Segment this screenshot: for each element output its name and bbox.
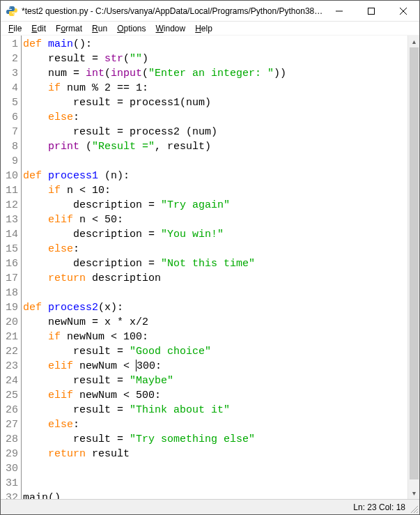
line-number: 5 [1, 95, 21, 110]
line-number: 30 [1, 461, 21, 476]
code-line[interactable]: else: [22, 110, 407, 125]
line-number: 9 [1, 154, 21, 169]
menu-format[interactable]: Format [51, 23, 87, 34]
code-line[interactable]: return description [22, 271, 407, 286]
line-number: 22 [1, 344, 21, 359]
code-line[interactable]: elif newNum < 300: [22, 359, 407, 374]
code-line[interactable]: elif newNum < 500: [22, 388, 407, 403]
menu-run-rest: un [98, 24, 107, 33]
line-number: 2 [1, 52, 21, 66]
line-number: 4 [1, 81, 21, 95]
line-number: 3 [1, 66, 21, 81]
code-line[interactable]: if n < 10: [22, 183, 407, 198]
code-line[interactable]: description = "You win!" [22, 227, 407, 242]
line-number: 29 [1, 447, 21, 461]
window-frame: *test2 question.py - C:/Users/vanya/AppD… [0, 0, 420, 515]
code-area[interactable]: def main(): result = str("") num = int(i… [22, 36, 407, 499]
menu-help[interactable]: Help [190, 23, 217, 34]
code-line[interactable]: elif n < 50: [22, 213, 407, 227]
menu-format-rest: rmat [65, 24, 82, 33]
minimize-button[interactable] [323, 1, 355, 21]
line-number: 14 [1, 227, 21, 242]
code-line[interactable]: result = "Maybe" [22, 374, 407, 388]
menu-edit-rest: dit [37, 24, 46, 33]
line-number: 19 [1, 300, 21, 315]
line-number: 24 [1, 374, 21, 388]
line-number: 12 [1, 198, 21, 213]
line-number: 21 [1, 330, 21, 344]
line-number: 16 [1, 256, 21, 271]
line-number: 20 [1, 315, 21, 330]
editor: 1234567891011121314151617181920212223242… [1, 36, 419, 499]
menu-options-rest: ptions [123, 24, 146, 33]
line-number: 8 [1, 139, 21, 154]
line-number: 18 [1, 286, 21, 300]
menu-help-rest: elp [201, 24, 212, 33]
window-title: *test2 question.py - C:/Users/vanya/AppD… [22, 6, 323, 16]
menu-file[interactable]: File [3, 23, 26, 34]
menu-edit[interactable]: Edit [26, 23, 51, 34]
line-number: 1 [1, 37, 21, 52]
code-line[interactable]: num = int(input("Enter an integer: ")) [22, 66, 407, 81]
menu-window-rest: indow [164, 24, 185, 33]
code-line[interactable]: print ("Result =", result) [22, 139, 407, 154]
code-line[interactable]: description = "Try again" [22, 198, 407, 213]
code-line[interactable]: description = "Not this time" [22, 256, 407, 271]
idle-app-icon [6, 6, 17, 17]
code-line[interactable]: newNum = x * x/2 [22, 315, 407, 330]
line-number: 13 [1, 213, 21, 227]
resize-grip-icon[interactable] [410, 505, 418, 513]
code-line[interactable]: result = str("") [22, 52, 407, 66]
menu-run[interactable]: Run [87, 23, 112, 34]
line-number: 10 [1, 169, 21, 183]
code-line[interactable]: if newNum < 100: [22, 330, 407, 344]
line-number: 31 [1, 476, 21, 491]
line-number: 15 [1, 242, 21, 256]
code-line[interactable] [22, 286, 407, 300]
line-number: 28 [1, 432, 21, 447]
vertical-scrollbar[interactable]: ▴ ▾ [407, 36, 419, 499]
code-line[interactable]: def main(): [22, 37, 407, 52]
line-number: 7 [1, 125, 21, 139]
line-number: 25 [1, 388, 21, 403]
code-line[interactable]: def process1 (n): [22, 169, 407, 183]
code-line[interactable]: else: [22, 242, 407, 256]
maximize-button[interactable] [355, 1, 387, 21]
scroll-thumb[interactable] [410, 47, 419, 479]
line-number: 11 [1, 183, 21, 198]
code-line[interactable] [22, 154, 407, 169]
close-button[interactable] [387, 1, 419, 21]
code-line[interactable]: main() [22, 491, 407, 499]
window-controls [323, 1, 419, 21]
svg-rect-1 [368, 8, 375, 14]
menu-window[interactable]: Window [151, 23, 191, 34]
text-cursor [136, 360, 137, 371]
menubar: File Edit Format Run Options Window Help [1, 22, 419, 36]
statusbar: Ln: 23 Col: 18 [1, 499, 419, 514]
scroll-down-arrow-icon[interactable]: ▾ [408, 487, 420, 499]
titlebar[interactable]: *test2 question.py - C:/Users/vanya/AppD… [1, 1, 419, 22]
code-line[interactable]: if num % 2 == 1: [22, 81, 407, 95]
code-line[interactable]: result = "Think about it" [22, 403, 407, 417]
line-number-gutter: 1234567891011121314151617181920212223242… [1, 36, 22, 499]
code-line[interactable]: return result [22, 447, 407, 461]
svg-line-6 [417, 512, 418, 513]
line-number: 27 [1, 417, 21, 432]
menu-options[interactable]: Options [112, 23, 150, 34]
line-number: 6 [1, 110, 21, 125]
menu-file-rest: ile [13, 24, 22, 33]
line-number: 17 [1, 271, 21, 286]
code-line[interactable] [22, 476, 407, 491]
code-line[interactable]: result = process1(num) [22, 95, 407, 110]
code-line[interactable] [22, 461, 407, 476]
code-line[interactable]: def process2(x): [22, 300, 407, 315]
status-cursor-position: Ln: 23 Col: 18 [353, 502, 405, 512]
line-number: 26 [1, 403, 21, 417]
code-line[interactable]: else: [22, 417, 407, 432]
code-line[interactable]: result = "Good choice" [22, 344, 407, 359]
line-number: 23 [1, 359, 21, 374]
code-line[interactable]: result = process2 (num) [22, 125, 407, 139]
code-line[interactable]: result = "Try something else" [22, 432, 407, 447]
scroll-up-arrow-icon[interactable]: ▴ [408, 36, 420, 47]
